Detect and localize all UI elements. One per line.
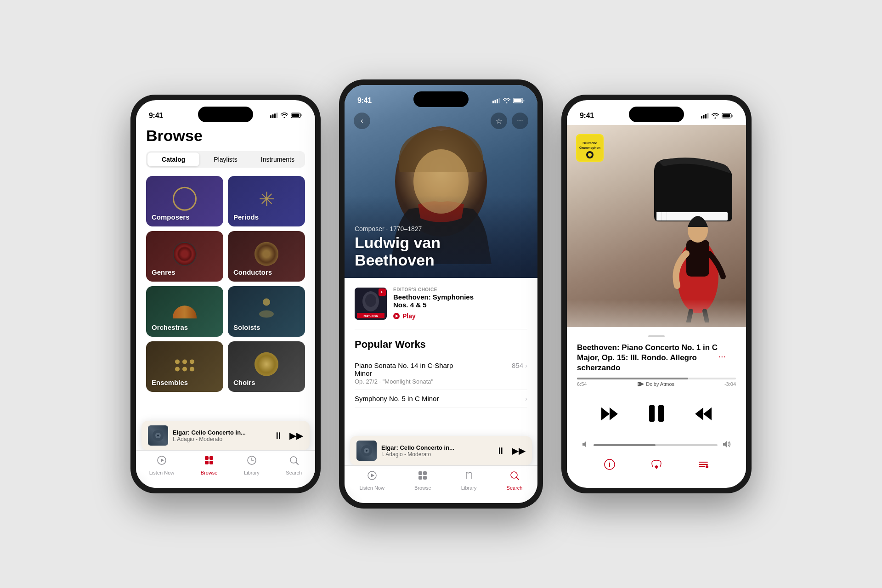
volume-fill xyxy=(594,444,656,446)
svg-rect-65 xyxy=(686,240,709,277)
svg-rect-6 xyxy=(301,114,302,116)
editors-badge: EDITOR'S CHOICE xyxy=(393,287,474,292)
tile-periods[interactable]: ✳ Periods xyxy=(228,176,305,226)
svg-line-20 xyxy=(296,462,298,464)
mini-player-1[interactable]: Elgar: Cello Concerto in... I. Adagio - … xyxy=(141,421,310,450)
composers-icon xyxy=(173,187,197,211)
tab-listen-now-1[interactable]: Listen Now xyxy=(149,455,174,475)
svg-text:BEETHOVEN: BEETHOVEN xyxy=(363,315,378,317)
tab-library-2[interactable]: Library xyxy=(461,470,477,491)
fast-forward-button[interactable] xyxy=(693,406,713,426)
more-button-2[interactable]: ··· xyxy=(512,113,528,129)
tab-browse-2[interactable]: Browse xyxy=(414,470,431,491)
beethoven-header: ‹ ☆ ··· 9:41 Composer · 1770–1827 Ludwig… xyxy=(345,85,537,278)
more-options-button[interactable]: ··· xyxy=(718,351,726,362)
back-button-2[interactable]: ‹ xyxy=(354,113,370,129)
progress-times: 6:54 Dolby Atmos -3:04 xyxy=(577,381,736,390)
svg-rect-62 xyxy=(662,212,662,220)
work-item-1[interactable]: Piano Sonata No. 14 in C-SharpMinor Op. … xyxy=(355,357,527,390)
info-button[interactable]: i xyxy=(604,458,616,473)
volume-track[interactable] xyxy=(594,444,718,446)
conductors-icon xyxy=(254,242,278,266)
skip-forward-button-1[interactable]: ▶▶ xyxy=(289,430,303,441)
svg-rect-42 xyxy=(418,471,422,475)
segment-playlists[interactable]: Playlists xyxy=(199,153,251,166)
pull-indicator xyxy=(648,335,665,337)
mini-player-2[interactable]: Elgar: Cello Concerto in... I. Adagio - … xyxy=(350,436,532,465)
tab-browse-label-1: Browse xyxy=(201,470,218,475)
tab-library-label-1: Library xyxy=(244,470,260,475)
svg-rect-15 xyxy=(209,456,213,460)
svg-rect-2 xyxy=(274,113,276,118)
phone-now-playing: 9:41 Deutsche Grammophon xyxy=(561,95,752,493)
mini-player-info-2: Elgar: Cello Concerto in... I. Adagio - … xyxy=(381,444,492,458)
time-remaining: -3:04 xyxy=(724,381,736,390)
work-item-2[interactable]: Symphony No. 5 in C Minor › xyxy=(355,390,527,407)
work-count-1: 854 › xyxy=(512,362,527,369)
browse-icon-2 xyxy=(418,470,428,483)
svg-rect-0 xyxy=(270,115,271,118)
svg-point-39 xyxy=(366,450,368,452)
svg-point-7 xyxy=(263,299,270,306)
svg-point-59 xyxy=(588,153,592,157)
bottom-controls-3: i xyxy=(577,458,736,473)
tab-library-1[interactable]: Library xyxy=(244,455,260,475)
choirs-icon xyxy=(254,352,278,376)
svg-text:Deutsche: Deutsche xyxy=(582,141,597,145)
tile-composers[interactable]: Composers xyxy=(146,176,223,226)
category-grid: Composers ✳ Periods Genres xyxy=(146,176,305,392)
tile-conductors[interactable]: Conductors xyxy=(228,231,305,282)
segment-catalog[interactable]: Catalog xyxy=(147,153,199,166)
editors-choice-info: EDITOR'S CHOICE Beethoven: SymphoniesNos… xyxy=(393,287,474,320)
dynamic-island-3 xyxy=(629,107,684,122)
listen-now-icon-1 xyxy=(157,455,167,468)
phone-browse: 9:41 Browse Catalog Playlists Instrument… xyxy=(130,95,321,493)
play-button[interactable]: Play xyxy=(393,312,474,320)
mini-player-info-1: Elgar: Cello Concerto in... I. Adagio - … xyxy=(173,429,269,442)
soloists-label: Soloists xyxy=(233,323,300,331)
svg-marker-69 xyxy=(610,407,618,420)
segment-instruments[interactable]: Instruments xyxy=(252,153,304,166)
time-elapsed: 6:54 xyxy=(577,381,587,390)
svg-rect-44 xyxy=(418,476,422,480)
soloists-icon xyxy=(255,297,278,322)
svg-marker-75 xyxy=(723,441,727,447)
composer-meta: Composer · 1770–1827 xyxy=(355,225,441,232)
svg-point-32 xyxy=(365,294,376,307)
tile-choirs[interactable]: Choirs xyxy=(228,341,305,392)
volume-high-icon xyxy=(722,441,731,449)
tile-ensembles[interactable]: Ensembles xyxy=(146,341,223,392)
tile-orchestras[interactable]: Orchestras xyxy=(146,286,223,337)
tab-listen-now-2[interactable]: Listen Now xyxy=(360,470,384,491)
tab-search-1[interactable]: Search xyxy=(286,455,302,475)
queue-button[interactable] xyxy=(697,458,709,473)
pause-button-1[interactable]: ⏸ xyxy=(274,430,283,441)
favorite-button-2[interactable]: ☆ xyxy=(491,113,507,129)
pause-button-2[interactable]: ⏸ xyxy=(496,446,505,456)
progress-container: 6:54 Dolby Atmos -3:04 xyxy=(577,378,736,390)
airplay-button[interactable] xyxy=(650,458,662,473)
tab-library-label-2: Library xyxy=(461,485,477,491)
progress-track[interactable] xyxy=(577,378,736,379)
album-title: Beethoven: SymphoniesNos. 4 & 5 xyxy=(393,293,474,309)
svg-rect-50 xyxy=(705,114,707,119)
tile-genres[interactable]: Genres xyxy=(146,231,223,282)
dynamic-island-2 xyxy=(413,91,469,107)
skip-forward-button-2[interactable]: ▶▶ xyxy=(512,445,526,456)
tab-listen-now-label-2: Listen Now xyxy=(360,485,384,491)
dg-logo: Deutsche Grammophon xyxy=(576,134,604,162)
tab-search-2[interactable]: Search xyxy=(507,470,523,491)
volume-control xyxy=(577,441,736,449)
tab-search-label-1: Search xyxy=(286,470,302,475)
dolby-badge: Dolby Atmos xyxy=(637,381,674,387)
rewind-button[interactable] xyxy=(599,406,620,426)
tab-browse-1[interactable]: Browse xyxy=(201,455,218,475)
mini-player-title-2: Elgar: Cello Concerto in... xyxy=(381,444,492,451)
mini-player-controls-1: ⏸ ▶▶ xyxy=(274,430,303,441)
svg-rect-53 xyxy=(723,114,730,118)
genres-label: Genres xyxy=(152,268,218,276)
tile-soloists[interactable]: Soloists xyxy=(228,286,305,337)
pause-play-button[interactable] xyxy=(646,403,667,428)
orchestras-label: Orchestras xyxy=(152,323,218,331)
svg-rect-1 xyxy=(272,114,274,118)
